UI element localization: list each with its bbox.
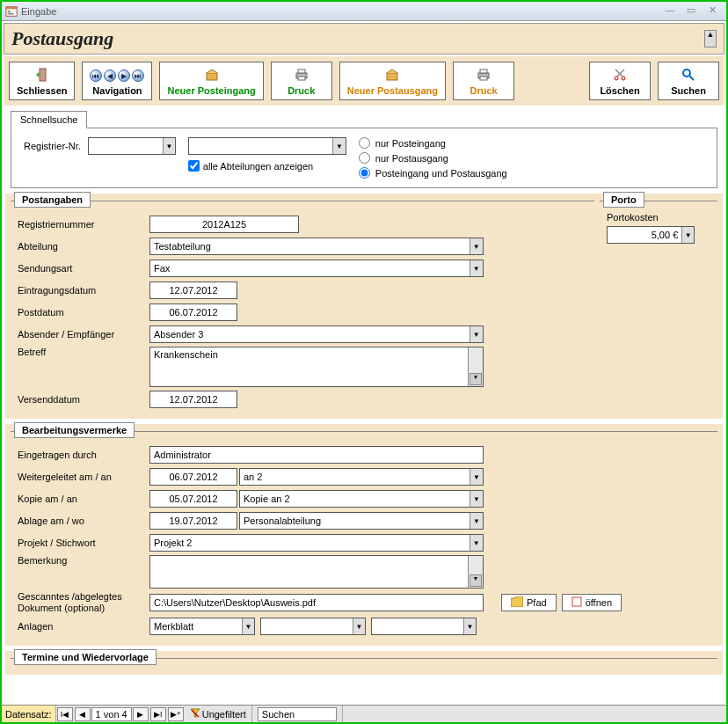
postdate-label: Postdatum [18, 307, 149, 318]
sendtype-label: Sendungsart [18, 263, 149, 274]
chevron-down-icon: ▼ [163, 138, 175, 154]
svg-rect-1 [6, 6, 17, 9]
recnav-prev[interactable]: ◀ [75, 707, 91, 721]
remark-field[interactable]: ▼ [149, 555, 484, 589]
regnum-label: Registriernummer [18, 219, 149, 230]
print-outgoing-button[interactable]: Druck [453, 62, 514, 100]
scanned-path[interactable]: C:\Users\Nutzer\Desktop\Ausweis.pdf [149, 594, 484, 611]
chevron-down-icon: ▼ [332, 138, 346, 154]
print-incoming-button[interactable]: Druck [271, 62, 332, 100]
filing-label: Ablage am / wo [18, 516, 149, 526]
attach-1[interactable]: ▼ [149, 618, 255, 635]
termine-group: Termine und Wiedervorlage [11, 658, 717, 675]
recnav-filter[interactable]: Ungefiltert [185, 706, 252, 722]
scissors-icon [613, 68, 627, 84]
close-button[interactable]: Schliessen [9, 62, 75, 100]
minimize-button[interactable]: — [659, 4, 681, 18]
svg-rect-8 [298, 69, 305, 73]
entrydate-field[interactable]: 12.07.2012 [149, 282, 237, 299]
mail-filter-radios: nur Posteingang nur Postausgang Posteing… [359, 137, 507, 179]
navigation-button[interactable]: ⏮ ◀ ▶ ⏭ Navigation [82, 62, 152, 100]
svg-rect-10 [387, 73, 397, 80]
page-title: Postausgang [11, 27, 113, 50]
maximize-button[interactable]: ▭ [681, 4, 702, 18]
new-incoming-button[interactable]: Neuer Posteingang [159, 62, 263, 100]
close-window-button[interactable]: ✕ [702, 4, 723, 18]
regnum-combo[interactable]: ▼ [88, 137, 176, 155]
bearb-title: Bearbeitungsvermerke [14, 422, 135, 438]
termine-title: Termine und Wiedervorlage [14, 649, 157, 665]
svg-point-14 [615, 77, 618, 80]
page-header: Postausgang ▲ [4, 23, 724, 55]
porto-group: Porto Portokosten ▼ [600, 201, 717, 417]
dept-field[interactable]: ▼ [149, 238, 484, 255]
porto-title: Porto [603, 192, 644, 208]
copy-label: Kopie am / an [18, 494, 149, 504]
header-scroll-up[interactable]: ▲ [704, 30, 717, 48]
enteredby-label: Eingetragen durch [18, 450, 149, 460]
nav-last-icon: ⏭ [132, 69, 144, 82]
attach-label: Anlagen [18, 621, 149, 632]
copy-date[interactable]: 05.07.2012 [149, 490, 237, 508]
svg-rect-12 [480, 69, 487, 73]
titlebar: Eingabe — ▭ ✕ [2, 2, 726, 21]
nav-next-icon: ▶ [118, 69, 130, 82]
filing-date[interactable]: 19.07.2012 [149, 512, 237, 530]
copy-to[interactable]: ▼ [239, 490, 484, 508]
search-button[interactable]: Suchen [658, 62, 719, 100]
recnav-search[interactable]: Suchen [258, 707, 337, 721]
delete-button[interactable]: Löschen [589, 62, 651, 100]
door-icon [35, 68, 49, 84]
new-outgoing-button[interactable]: Neuer Postausgang [339, 62, 446, 100]
sender-label: Absender / Empfänger [18, 329, 149, 340]
quicksearch-tab[interactable]: Schnellsuche [11, 111, 87, 128]
printer-icon [295, 68, 309, 84]
window-title: Eingabe [21, 6, 659, 17]
sendtype-field[interactable]: ▼ [149, 260, 484, 277]
radio-outgoing[interactable]: nur Postausgang [359, 152, 507, 164]
forwarded-label: Weitergeleitet am / an [18, 472, 149, 482]
svg-point-16 [683, 69, 690, 77]
path-button[interactable]: Pfad [501, 594, 557, 611]
svg-rect-2 [8, 11, 11, 12]
dept-combo[interactable]: ▼ [188, 137, 346, 155]
recnav-next[interactable]: ▶ [133, 707, 149, 721]
recnav-new[interactable]: ▶* [168, 707, 184, 721]
sender-field[interactable]: ▼ [149, 325, 484, 343]
forwarded-to[interactable]: ▼ [239, 468, 484, 486]
open-icon [571, 596, 582, 609]
senddate-field[interactable]: 12.07.2012 [149, 391, 237, 408]
svg-point-15 [622, 77, 625, 80]
subject-field[interactable]: Krankenschein ▼ [149, 347, 484, 387]
svg-rect-9 [298, 77, 305, 80]
bearb-group: Bearbeitungsvermerke Eingetragen durch A… [11, 431, 717, 644]
portokosten-field[interactable]: ▼ [607, 226, 695, 244]
postdate-field[interactable]: 06.07.2012 [149, 303, 237, 321]
attach-3[interactable]: ▼ [371, 618, 477, 635]
project-field[interactable]: ▼ [149, 534, 484, 552]
quicksearch-area: Schnellsuche Registrier-Nr. ▼ ▼ alle Abt… [11, 111, 717, 188]
package-in-icon [205, 68, 219, 84]
svg-rect-13 [480, 77, 487, 80]
open-button[interactable]: öffnen [562, 594, 622, 611]
regnum-value: 2012A125 [149, 216, 299, 233]
svg-rect-4 [40, 69, 46, 81]
nav-first-icon: ⏮ [90, 69, 102, 82]
recnav-pos: 1 von 4 [91, 707, 132, 721]
regnum-label: Registrier-Nr. [24, 141, 81, 151]
all-dept-checkbox[interactable]: alle Abteilungen anzeigen [188, 160, 346, 172]
forwarded-date[interactable]: 06.07.2012 [149, 468, 237, 486]
dept-label: Abteilung [18, 241, 149, 252]
radio-incoming[interactable]: nur Posteingang [359, 137, 507, 149]
portokosten-label: Portokosten [607, 212, 710, 223]
filing-where[interactable]: ▼ [239, 512, 484, 530]
printer-icon [477, 68, 491, 84]
recnav-last[interactable]: ▶I [150, 707, 166, 721]
senddate-label: Versenddatum [18, 394, 149, 405]
recnav-first[interactable]: I◀ [57, 707, 73, 721]
subject-label: Betreff [18, 347, 149, 357]
svg-rect-6 [207, 73, 217, 80]
radio-both[interactable]: Posteingang und Postausgang [359, 167, 507, 179]
attach-2[interactable]: ▼ [260, 618, 366, 635]
svg-rect-17 [572, 597, 581, 606]
